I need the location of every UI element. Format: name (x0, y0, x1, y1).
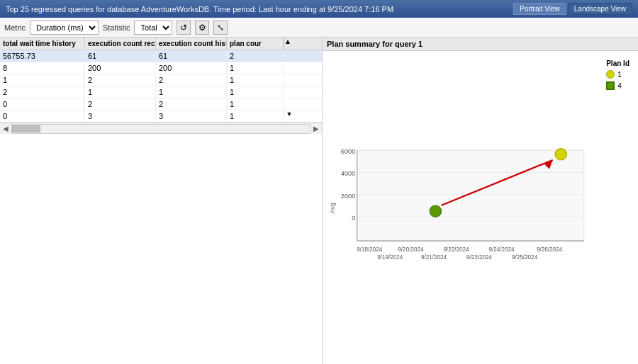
main-content: total wait time history execution count … (0, 38, 638, 364)
chart-svg: 6000 4000 2000 0 9/18/2024 9/20/2024 9/2… (328, 57, 600, 359)
table-row[interactable]: 1 2 2 1 (0, 74, 322, 86)
scrollbar-h-track[interactable] (11, 124, 310, 134)
plan-summary-header: Plan summary for query 1 (323, 38, 638, 51)
plan4-dot (430, 205, 441, 217)
legend-item-1: 1 (606, 70, 629, 79)
svg-text:9/20/2024: 9/20/2024 (398, 246, 424, 253)
expand-button[interactable]: ⤡ (213, 21, 228, 35)
metric-select[interactable]: Duration (ms) (30, 21, 99, 35)
svg-text:9/19/2024: 9/19/2024 (377, 254, 403, 261)
cell-plan-0: 2 (227, 50, 284, 62)
cell-execr-5: 3 (85, 110, 156, 122)
table-row[interactable]: 0 3 3 1 ▼ (0, 110, 322, 123)
legend-dot-4 (606, 81, 615, 90)
metric-label: Metric (4, 23, 26, 32)
top-bar-title: Top 25 regressed queries for database Ad… (6, 5, 393, 13)
cell-plan-3: 1 (227, 86, 284, 98)
cell-plan-5: 1 (227, 110, 284, 122)
chart-inner: Avg 6000 4000 2000 0 (328, 57, 600, 359)
cell-scroll-2 (284, 74, 295, 86)
refresh-button[interactable]: ↺ (177, 21, 191, 35)
svg-text:9/24/2024: 9/24/2024 (488, 246, 515, 253)
scrollbar-h-thumb[interactable] (12, 125, 40, 132)
svg-text:9/18/2024: 9/18/2024 (357, 246, 383, 253)
svg-text:9/22/2024: 9/22/2024 (443, 246, 469, 253)
col-header-plan[interactable]: plan cour (227, 38, 284, 50)
legend-dot-1 (606, 70, 615, 79)
cell-exech-4: 2 (156, 98, 227, 110)
chart-area: Avg 6000 4000 2000 0 (323, 51, 638, 364)
toolbar: Metric Duration (ms) Statistic Total ↺ ⚙… (0, 18, 638, 38)
legend-label-4: 4 (617, 82, 622, 90)
cell-plan-2: 1 (227, 74, 284, 86)
plan-legend: Plan Id 1 4 (603, 57, 632, 359)
portrait-view-button[interactable]: Portrait View (513, 3, 566, 15)
grid-container: total wait time history execution count … (0, 38, 322, 364)
svg-text:6000: 6000 (341, 148, 356, 155)
table-row[interactable]: 56755.73 61 61 2 (0, 50, 322, 62)
grid-scrollbar-h[interactable]: ◀ ▶ (0, 123, 322, 134)
grid-header: total wait time history execution count … (0, 38, 322, 50)
table-row[interactable]: 0 2 2 1 (0, 98, 322, 110)
cell-plan-4: 1 (227, 98, 284, 110)
cell-plan-1: 1 (227, 62, 284, 74)
legend-title: Plan Id (606, 59, 629, 67)
cell-wait-0: 56755.73 (0, 50, 85, 62)
legend-label-1: 1 (617, 71, 622, 79)
svg-text:9/26/2024: 9/26/2024 (537, 246, 563, 253)
cell-execr-3: 1 (85, 86, 156, 98)
statistic-select[interactable]: Total (134, 21, 172, 35)
view-buttons: Portrait View Landscape View (513, 3, 632, 15)
landscape-view-button[interactable]: Landscape View (568, 3, 632, 15)
cell-exech-1: 200 (156, 62, 227, 74)
col-header-exec-hist[interactable]: execution count history (156, 38, 227, 50)
svg-text:9/21/2024: 9/21/2024 (421, 254, 447, 261)
scroll-right[interactable]: ▶ (310, 125, 322, 132)
cell-exech-5: 3 (156, 110, 227, 122)
plan1-dot (555, 149, 566, 160)
svg-text:0: 0 (352, 215, 355, 222)
table-row[interactable]: 2 1 1 1 (0, 86, 322, 98)
svg-text:4000: 4000 (341, 170, 356, 177)
cell-execr-1: 200 (85, 62, 156, 74)
cell-scroll-5: ▼ (284, 110, 295, 122)
cell-execr-4: 2 (85, 98, 156, 110)
cell-scroll-1 (284, 62, 295, 74)
svg-text:9/23/2024: 9/23/2024 (466, 254, 493, 261)
top-bar: Top 25 regressed queries for database Ad… (0, 0, 638, 18)
cell-scroll-0 (284, 50, 295, 62)
statistic-label: Statistic (103, 23, 130, 32)
cell-wait-1: 8 (0, 62, 85, 74)
cell-exech-3: 1 (156, 86, 227, 98)
table-row[interactable]: 8 200 200 1 (0, 62, 322, 74)
left-panel: total wait time history execution count … (0, 38, 323, 364)
cell-wait-3: 2 (0, 86, 85, 98)
scroll-left[interactable]: ◀ (0, 125, 11, 132)
svg-text:2000: 2000 (341, 193, 356, 200)
legend-item-4: 4 (606, 81, 629, 90)
y-axis-label: Avg (329, 203, 336, 213)
cell-scroll-3 (284, 86, 295, 98)
cell-exech-2: 2 (156, 74, 227, 86)
svg-text:9/25/2024: 9/25/2024 (512, 254, 538, 261)
right-panel: Plan summary for query 1 Avg (323, 38, 638, 364)
col-header-wait[interactable]: total wait time history (0, 38, 85, 50)
plan-summary-title: Plan summary for query 1 (327, 40, 422, 48)
col-header-scrollbar: ▲ (284, 38, 295, 50)
cell-execr-2: 2 (85, 74, 156, 86)
cell-wait-2: 1 (0, 74, 85, 86)
cell-wait-5: 0 (0, 110, 85, 122)
cell-exech-0: 61 (156, 50, 227, 62)
cell-scroll-4 (284, 98, 295, 110)
cell-execr-0: 61 (85, 50, 156, 62)
col-header-exec-recent[interactable]: execution count recent (85, 38, 156, 50)
settings-button[interactable]: ⚙ (195, 21, 209, 35)
cell-wait-4: 0 (0, 98, 85, 110)
